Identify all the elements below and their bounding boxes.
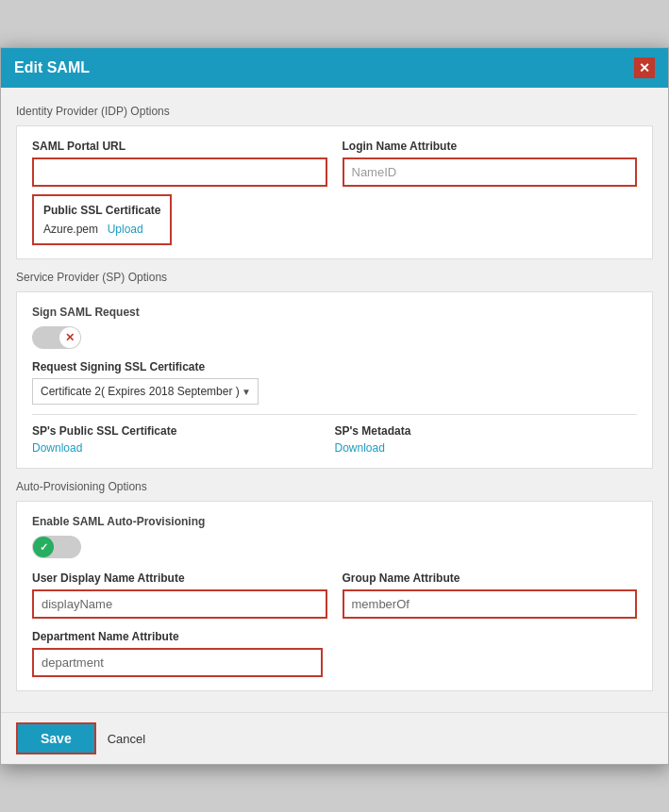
sp-section-title: Service Provider (SP) Options [16,271,653,284]
sp-public-ssl-col: SP's Public SSL Certificate Download [32,424,335,455]
user-display-name-col: User Display Name Attribute [32,572,327,619]
edit-saml-modal: Edit SAML ✕ Identity Provider (IDP) Opti… [0,47,669,765]
user-display-name-label: User Display Name Attribute [32,572,327,585]
user-display-name-input[interactable] [32,589,327,619]
request-signing-ssl-select[interactable]: Certificate 2( Expires 2018 September ) [32,378,259,405]
sp-public-ssl-label: SP's Public SSL Certificate [32,424,335,438]
modal-footer: Save Cancel [1,712,668,764]
toggle-knob: ✕ [59,327,80,348]
login-name-attr-col: Login Name Attribute [343,140,638,187]
toggle-on-icon: ✓ [40,541,48,554]
request-signing-ssl-label: Request Signing SSL Certificate [32,360,637,373]
sp-links-row: SP's Public SSL Certificate Download SP'… [32,424,637,455]
close-button[interactable]: ✕ [634,58,655,78]
sign-saml-label: Sign SAML Request [32,306,637,319]
cancel-button[interactable]: Cancel [108,732,145,746]
cert-filename: Azure.pem [43,223,98,236]
idp-section-box: SAML Portal URL Login Name Attribute Pub… [16,125,653,259]
login-name-attr-label: Login Name Attribute [343,140,638,153]
sp-metadata-col: SP's Metadata Download [335,424,638,455]
modal-body: Identity Provider (IDP) Options SAML Por… [1,88,668,712]
modal-title: Edit SAML [14,59,90,76]
auto-provision-section-box: Enable SAML Auto-Provisioning ✓ User Dis… [16,501,653,691]
ssl-cert-box: Public SSL Certificate Azure.pem Upload [32,194,172,245]
department-name-input[interactable] [32,648,323,677]
idp-section-title: Identity Provider (IDP) Options [16,105,653,118]
auto-provision-section-title: Auto-Provisioning Options [16,480,653,493]
request-signing-ssl-select-container: Certificate 2( Expires 2018 September ) … [32,378,259,405]
auto-provision-toggle[interactable]: ✓ [32,536,81,558]
saml-portal-url-col: SAML Portal URL [32,140,327,187]
enable-auto-provision-label: Enable SAML Auto-Provisioning [32,515,637,528]
request-signing-ssl-group: Request Signing SSL Certificate Certific… [32,360,637,405]
sp-divider [32,414,637,415]
toggle-off-icon: ✕ [65,331,75,344]
sp-public-ssl-download[interactable]: Download [32,441,82,455]
save-button[interactable]: Save [16,722,96,754]
provision-attrs-row: User Display Name Attribute Group Name A… [32,572,637,619]
sign-saml-toggle[interactable]: ✕ [32,326,81,349]
toggle-on-knob: ✓ [33,537,54,557]
saml-portal-url-input[interactable] [32,157,327,187]
auto-provision-toggle-container: ✓ [32,536,637,558]
sp-metadata-label: SP's Metadata [335,424,638,438]
saml-portal-url-label: SAML Portal URL [32,140,327,153]
department-name-label: Department Name Attribute [32,630,323,643]
sp-section-box: Sign SAML Request ✕ Request Signing SSL … [16,291,653,469]
sign-saml-toggle-container: ✕ [32,326,637,349]
group-name-input[interactable] [343,589,638,619]
group-name-col: Group Name Attribute [343,572,638,619]
sp-metadata-download[interactable]: Download [335,441,385,455]
idp-fields-row: SAML Portal URL Login Name Attribute [32,140,637,187]
group-name-label: Group Name Attribute [343,572,638,585]
upload-link[interactable]: Upload [108,223,143,236]
ssl-cert-label: Public SSL Certificate [43,204,160,217]
login-name-attr-input[interactable] [343,157,638,187]
department-name-group: Department Name Attribute [32,630,323,677]
modal-header: Edit SAML ✕ [1,48,668,88]
